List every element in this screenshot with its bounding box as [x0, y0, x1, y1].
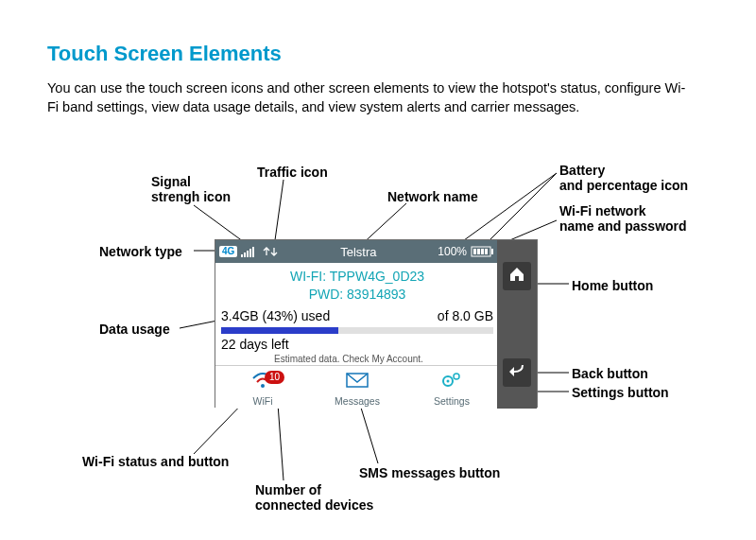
- pwd-label: PWD:: [309, 287, 344, 302]
- connected-devices-badge: 10: [265, 371, 284, 384]
- svg-point-29: [454, 374, 459, 379]
- estimated-note: Estimated data. Check My Account.: [274, 354, 423, 364]
- back-button[interactable]: [503, 358, 531, 387]
- home-button[interactable]: [503, 262, 531, 290]
- svg-rect-17: [249, 249, 251, 257]
- svg-line-1: [274, 180, 284, 247]
- data-usage-row: 3.4GB (43%) used of 8.0 GB: [221, 308, 493, 323]
- wifi-button-label: WiFi: [225, 395, 301, 407]
- svg-rect-18: [252, 247, 254, 257]
- carrier-name: Telstra: [283, 245, 434, 259]
- messages-button-label: Messages: [319, 395, 395, 407]
- svg-rect-15: [244, 253, 246, 257]
- battery-percent: 100%: [438, 245, 467, 258]
- settings-button-label: Settings: [414, 395, 490, 407]
- svg-point-28: [447, 380, 450, 383]
- svg-rect-21: [473, 249, 476, 254]
- battery-icon: [471, 246, 495, 257]
- data-usage-fill: [221, 327, 338, 334]
- back-arrow-icon: [507, 361, 526, 384]
- signal-strength-icon: [241, 246, 258, 257]
- wifi-credentials-block[interactable]: WI-FI: TPPW4G_0D23 PWD: 83914893: [215, 268, 499, 304]
- bottom-nav: 10 WiFi Messages Settings: [215, 366, 499, 409]
- svg-rect-20: [491, 249, 493, 254]
- traffic-icon: [262, 246, 279, 257]
- pwd-value: 83914893: [347, 287, 405, 302]
- svg-rect-22: [477, 249, 480, 254]
- messages-button[interactable]: Messages: [319, 371, 395, 407]
- svg-rect-23: [481, 249, 484, 254]
- device-screen: 4G Telstra 100% WI-FI: TPPW4G_0D23 PWD: …: [215, 240, 499, 409]
- data-used-text: 3.4GB (43%) used: [221, 308, 330, 323]
- data-usage-bar: [221, 327, 493, 334]
- days-left: 22 days left: [221, 337, 289, 352]
- wifi-label: WI-FI:: [290, 269, 326, 284]
- side-buttons: [497, 240, 537, 409]
- svg-rect-16: [247, 251, 249, 257]
- status-bar: 4G Telstra 100%: [215, 240, 499, 263]
- svg-line-3: [454, 173, 557, 248]
- wifi-button[interactable]: 10 WiFi: [225, 371, 301, 407]
- home-icon: [507, 265, 526, 287]
- network-type-badge: 4G: [219, 246, 237, 257]
- wifi-ssid: TPPW4G_0D23: [330, 269, 424, 284]
- data-total-text: of 8.0 GB: [438, 308, 493, 323]
- gear-icon: [440, 376, 463, 392]
- envelope-icon: [345, 376, 369, 392]
- settings-button[interactable]: Settings: [414, 371, 490, 407]
- device-frame: 4G Telstra 100% WI-FI: TPPW4G_0D23 PWD: …: [215, 239, 538, 408]
- svg-rect-14: [241, 254, 243, 257]
- svg-rect-24: [485, 249, 488, 254]
- svg-point-25: [261, 384, 265, 388]
